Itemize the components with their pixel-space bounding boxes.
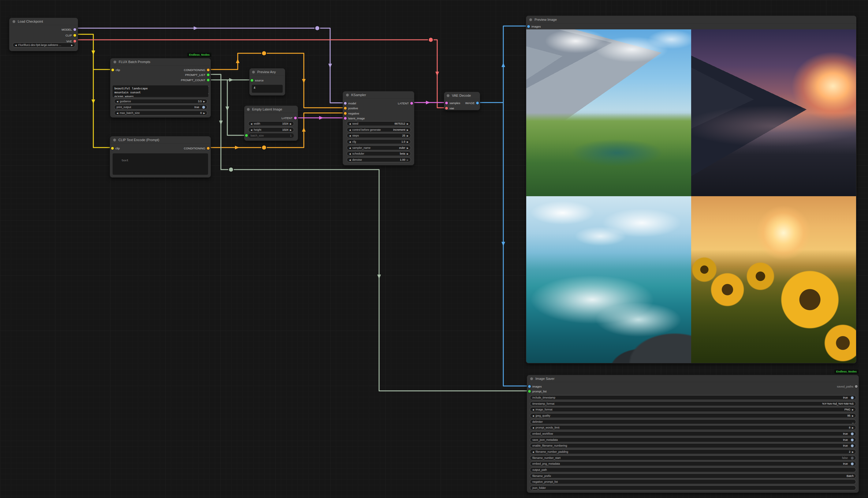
decrement-arrow-icon[interactable]: ◀: [349, 135, 351, 137]
decrement-arrow-icon[interactable]: ◀: [349, 123, 351, 125]
decrement-arrow-icon[interactable]: ◀: [532, 451, 534, 453]
widget-steps[interactable]: ◀ steps 25 ▶: [347, 133, 411, 138]
output-model[interactable]: MODEL: [62, 27, 76, 31]
increment-arrow-icon[interactable]: ▶: [407, 135, 409, 137]
collapse-dot-icon[interactable]: [447, 94, 450, 97]
input-positive[interactable]: positive: [344, 106, 358, 110]
decrement-arrow-icon[interactable]: ◀: [532, 427, 534, 429]
decrement-arrow-icon[interactable]: ◀: [117, 101, 118, 103]
batch-size-input-socket-icon[interactable]: [245, 134, 248, 137]
node-header[interactable]: Load Checkpoint: [10, 18, 78, 25]
scroll-down-icon[interactable]: ⌄: [208, 92, 210, 95]
ckpt-name-combo[interactable]: ◀ Flux\flux1-dev-fp8.large.safetens ... …: [13, 42, 75, 48]
node-image-saver[interactable]: Image Saver images prompt_list saved_pat…: [527, 375, 859, 493]
prompt-count-socket-icon[interactable]: [207, 79, 210, 81]
input-vae[interactable]: vae: [445, 106, 454, 110]
collapse-dot-icon[interactable]: [252, 71, 255, 74]
input-images[interactable]: images: [527, 24, 541, 28]
text-prompt-textarea[interactable]: text: [112, 153, 208, 175]
decrement-arrow-icon[interactable]: ◀: [251, 129, 252, 131]
latent-socket-icon[interactable]: [344, 117, 347, 120]
widget-delimiter[interactable]: delimiter _: [530, 419, 856, 424]
next-arrow-icon[interactable]: ▶: [407, 153, 409, 155]
input-samples[interactable]: samples: [445, 101, 460, 105]
decrement-arrow-icon[interactable]: ◀: [532, 415, 534, 417]
prompt-textarea[interactable]: beautiful landscape mountain sunset ocea…: [112, 86, 208, 97]
input-source[interactable]: source: [251, 78, 264, 82]
image-socket-icon[interactable]: [527, 25, 530, 28]
prev-arrow-icon[interactable]: ◀: [532, 409, 534, 411]
widget-max-batch-size[interactable]: ◀ max_batch_size 0 ▶: [114, 110, 208, 115]
conditioning-socket-icon[interactable]: [207, 68, 210, 71]
node-header[interactable]: FLUX Batch Prompts: [110, 58, 211, 66]
image-socket-icon[interactable]: [476, 102, 479, 104]
toggle-icon[interactable]: [851, 438, 854, 441]
increment-arrow-icon[interactable]: ▶: [852, 427, 854, 429]
input-negative[interactable]: negative: [344, 111, 359, 115]
node-load-checkpoint[interactable]: Load Checkpoint MODEL CLIP VAE ◀ Flux\fl…: [9, 18, 78, 51]
vae-socket-icon[interactable]: [445, 107, 448, 109]
reroute-conditioning-bottom[interactable]: [262, 145, 267, 150]
node-header[interactable]: KSampler: [343, 92, 414, 99]
reroute-prompt-list[interactable]: [229, 167, 233, 172]
increment-arrow-icon[interactable]: ▶: [290, 129, 292, 131]
node-header[interactable]: Preview Image: [526, 16, 856, 24]
output-image[interactable]: IMAGE: [465, 101, 479, 105]
input-clip[interactable]: clip: [111, 146, 120, 150]
collapse-dot-icon[interactable]: [247, 108, 250, 111]
widget-json-folder[interactable]: json_folder: [530, 485, 856, 490]
node-flux-batch-prompts[interactable]: FLUX Batch Prompts clip CONDITIONING PRO…: [110, 58, 211, 118]
prev-arrow-icon[interactable]: ◀: [349, 129, 351, 131]
output-conditioning[interactable]: CONDITIONING: [184, 68, 210, 72]
collapse-dot-icon[interactable]: [13, 20, 15, 23]
prompt-list-socket-icon[interactable]: [207, 74, 210, 76]
input-clip[interactable]: clip: [111, 68, 120, 72]
source-socket-icon[interactable]: [251, 79, 253, 82]
output-clip[interactable]: CLIP: [66, 33, 76, 37]
reroute-conditioning-top[interactable]: [262, 51, 267, 56]
increment-arrow-icon[interactable]: ▶: [203, 112, 205, 114]
widget-guidance[interactable]: ◀ guidance 3.5 ▶: [114, 99, 208, 104]
clip-socket-icon[interactable]: [111, 68, 114, 71]
next-arrow-icon[interactable]: ▶: [852, 409, 854, 411]
input-images[interactable]: images: [528, 384, 542, 389]
node-vae-decode[interactable]: VAE Decode samples vae IMAGE: [444, 92, 480, 110]
widget-image-format[interactable]: ◀ image_format PNG ▶: [530, 407, 856, 412]
node-preview-any[interactable]: Preview Any source 4: [249, 68, 285, 95]
widget-include-timestamp[interactable]: include_timestamp true: [530, 395, 856, 400]
widget-prompt-words-limit[interactable]: ◀ prompt_words_limit 8 ▶: [530, 425, 856, 430]
conditioning-socket-icon[interactable]: [344, 112, 347, 115]
toggle-icon[interactable]: [851, 432, 854, 435]
node-ksampler[interactable]: KSampler model positive negative latent_…: [343, 91, 414, 165]
node-header[interactable]: CLIP Text Encode (Prompt): [110, 136, 211, 144]
node-clip-text-encode[interactable]: CLIP Text Encode (Prompt) clip CONDITION…: [110, 136, 211, 178]
collapse-dot-icon[interactable]: [346, 94, 349, 96]
collapse-dot-icon[interactable]: [529, 18, 532, 21]
widget-cfg[interactable]: ◀ cfg 1.0 ▶: [347, 139, 411, 144]
toggle-icon[interactable]: [202, 106, 205, 109]
widget-embed-png-metadata[interactable]: embed_png_metadata true: [530, 461, 856, 466]
next-arrow-icon[interactable]: ▶: [407, 129, 409, 131]
increment-arrow-icon[interactable]: ▶: [852, 451, 854, 453]
toggle-icon[interactable]: [851, 444, 854, 447]
scroll-up-icon[interactable]: ⌃: [208, 86, 210, 89]
widget-timestamp-format[interactable]: timestamp_format %Y-%m-%d_%H-%M-%S: [530, 401, 856, 406]
increment-arrow-icon[interactable]: ▶: [852, 415, 854, 417]
output-conditioning[interactable]: CONDITIONING: [184, 146, 210, 150]
collapse-dot-icon[interactable]: [113, 139, 116, 141]
widget-batch-size[interactable]: batch_size 1: [248, 133, 294, 138]
collapse-dot-icon[interactable]: [530, 377, 533, 380]
increment-arrow-icon[interactable]: ▶: [407, 123, 409, 125]
input-latent-image[interactable]: latent_image: [344, 116, 365, 120]
reroute-vae[interactable]: [428, 37, 433, 42]
widget-filename-prefix[interactable]: filename_prefix Batch: [530, 473, 856, 479]
next-arrow-icon[interactable]: ▶: [407, 147, 409, 149]
node-preview-image[interactable]: Preview Image images: [526, 16, 856, 363]
prev-arrow-icon[interactable]: ◀: [349, 153, 351, 155]
decrement-arrow-icon[interactable]: ◀: [349, 141, 351, 143]
widget-jpeg-quality[interactable]: ◀ jpeg_quality 95 ▶: [530, 413, 856, 418]
decrement-arrow-icon[interactable]: ◀: [349, 159, 351, 161]
widget-filename-number-padding[interactable]: ◀ filename_number_padding 2 ▶: [530, 449, 856, 454]
node-graph-canvas[interactable]: Load Checkpoint MODEL CLIP VAE ◀ Flux\fl…: [0, 0, 868, 498]
increment-arrow-icon[interactable]: ▶: [407, 159, 409, 161]
